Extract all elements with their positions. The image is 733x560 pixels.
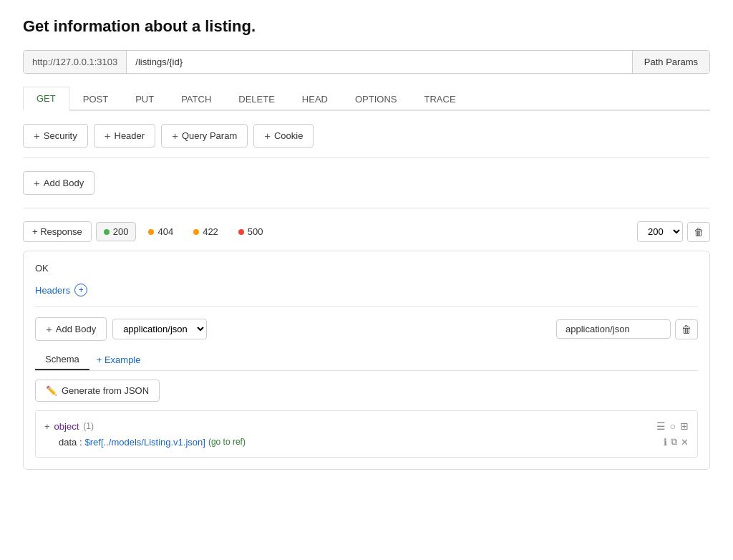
add-body-button[interactable]: + Add Body bbox=[23, 171, 94, 195]
schema-row-tools: ℹ ⧉ ✕ bbox=[664, 436, 689, 448]
go-to-ref-link[interactable]: (go to ref) bbox=[208, 437, 246, 447]
response-badge-200[interactable]: 200 bbox=[96, 222, 137, 241]
schema-root-row: + object (1) ☰ ○ ⊞ bbox=[44, 418, 689, 434]
schema-data-row: data : $ref[../models/Listing.v1.json] (… bbox=[44, 434, 689, 450]
content-type-display: application/json bbox=[556, 319, 671, 339]
response-body-container: OK Headers + + Add Body application/json… bbox=[23, 251, 710, 470]
trash-icon-2: 🗑 bbox=[681, 324, 691, 335]
headers-label: Headers bbox=[35, 285, 70, 296]
tab-options[interactable]: OPTIONS bbox=[341, 87, 411, 111]
path-params-button[interactable]: Path Params bbox=[632, 51, 709, 73]
response-section: + Response 200 404 422 500 200 404 422 5… bbox=[23, 221, 710, 470]
add-body-label: Add Body bbox=[44, 178, 84, 188]
code-500-label: 500 bbox=[248, 226, 263, 237]
query-param-label: Query Param bbox=[182, 130, 237, 141]
security-label: Security bbox=[44, 130, 77, 141]
add-response-label: + Response bbox=[32, 226, 82, 237]
add-security-button[interactable]: + Security bbox=[23, 124, 88, 148]
url-path-input[interactable] bbox=[127, 51, 632, 73]
response-badge-422[interactable]: 422 bbox=[185, 222, 226, 241]
plus-icon: + bbox=[105, 130, 111, 142]
add-query-param-button[interactable]: + Query Param bbox=[161, 124, 248, 148]
add-body-resp-label: Add Body bbox=[56, 324, 96, 334]
url-base: http://127.0.0.1:3103 bbox=[24, 51, 127, 73]
wand-icon: ✏️ bbox=[46, 385, 57, 396]
circle-icon[interactable]: ○ bbox=[670, 420, 676, 432]
schema-tools: ☰ ○ ⊞ bbox=[656, 420, 689, 432]
body-type-row: + Add Body application/json text/plain a… bbox=[35, 317, 698, 341]
expand-icon-2[interactable]: ⊞ bbox=[680, 420, 689, 432]
plus-icon: + bbox=[172, 130, 178, 142]
divider-3 bbox=[35, 306, 698, 307]
expand-icon[interactable]: + bbox=[44, 421, 50, 432]
response-select-area: 200 404 422 500 🗑 bbox=[637, 221, 710, 242]
response-code-select[interactable]: 200 404 422 500 bbox=[637, 221, 683, 242]
tab-add-example[interactable]: + Example bbox=[89, 350, 148, 370]
add-header-button[interactable]: + Header bbox=[94, 124, 155, 148]
schema-data-key: data : bbox=[59, 437, 82, 448]
add-cookie-button[interactable]: + Cookie bbox=[253, 124, 314, 148]
divider-2 bbox=[23, 208, 710, 208]
close-icon[interactable]: ✕ bbox=[681, 437, 689, 448]
copy-icon[interactable]: ⧉ bbox=[671, 436, 677, 448]
plus-icon: + bbox=[34, 130, 40, 142]
response-badge-404[interactable]: 404 bbox=[140, 222, 181, 241]
list-icon[interactable]: ☰ bbox=[656, 420, 666, 432]
content-type-display-area: application/json 🗑 bbox=[556, 319, 698, 339]
plus-icon-body: + bbox=[46, 323, 52, 335]
tab-get[interactable]: GET bbox=[23, 87, 69, 111]
tab-schema[interactable]: Schema bbox=[35, 349, 89, 370]
add-body-response-button[interactable]: + Add Body bbox=[35, 317, 107, 341]
code-404-label: 404 bbox=[157, 226, 173, 237]
content-type-select[interactable]: application/json text/plain application/… bbox=[112, 319, 207, 339]
tab-put[interactable]: PUT bbox=[122, 87, 168, 111]
page-title: Get information about a listing. bbox=[23, 17, 710, 36]
status-text: OK bbox=[35, 263, 698, 274]
cookie-label: Cookie bbox=[274, 130, 303, 141]
tab-trace[interactable]: TRACE bbox=[411, 87, 470, 111]
tab-post[interactable]: POST bbox=[69, 87, 122, 111]
delete-content-type-button[interactable]: 🗑 bbox=[675, 319, 698, 339]
add-header-circle-button[interactable]: + bbox=[74, 284, 87, 296]
action-buttons: + Security + Header + Query Param + Cook… bbox=[23, 124, 710, 148]
plus-icon: + bbox=[264, 130, 271, 142]
tab-delete[interactable]: DELETE bbox=[225, 87, 288, 111]
add-response-button[interactable]: + Response bbox=[23, 221, 92, 242]
generate-label: Generate from JSON bbox=[62, 385, 149, 396]
dot-red-icon bbox=[238, 229, 244, 235]
tab-patch[interactable]: PATCH bbox=[168, 87, 225, 111]
schema-count-label: (1) bbox=[83, 421, 94, 431]
dot-orange-2-icon bbox=[193, 229, 199, 235]
tab-head[interactable]: HEAD bbox=[288, 87, 341, 111]
schema-type-label: object bbox=[54, 421, 79, 432]
schema-tree: + object (1) ☰ ○ ⊞ data : $ref[../models… bbox=[35, 410, 698, 458]
trash-icon: 🗑 bbox=[694, 226, 704, 238]
header-label: Header bbox=[115, 130, 145, 141]
divider-1 bbox=[23, 158, 710, 158]
schema-tabs: Schema + Example bbox=[35, 349, 698, 371]
dot-orange-icon bbox=[148, 229, 154, 235]
code-422-label: 422 bbox=[203, 226, 218, 237]
method-tabs: GET POST PUT PATCH DELETE HEAD OPTIONS T… bbox=[23, 87, 710, 111]
code-200-label: 200 bbox=[113, 226, 129, 237]
delete-response-button[interactable]: 🗑 bbox=[687, 222, 710, 242]
response-bar: + Response 200 404 422 500 200 404 422 5… bbox=[23, 221, 710, 242]
headers-row: Headers + bbox=[35, 284, 698, 296]
response-badge-500[interactable]: 500 bbox=[230, 222, 271, 241]
plus-icon: + bbox=[34, 177, 40, 189]
schema-ref-link[interactable]: $ref[../models/Listing.v1.json] bbox=[85, 437, 205, 448]
generate-from-json-button[interactable]: ✏️ Generate from JSON bbox=[35, 380, 160, 402]
url-bar: http://127.0.0.1:3103 Path Params bbox=[23, 50, 710, 74]
info-icon[interactable]: ℹ bbox=[664, 437, 667, 448]
dot-green-icon bbox=[104, 229, 110, 235]
add-body-section: + Add Body bbox=[23, 171, 710, 195]
